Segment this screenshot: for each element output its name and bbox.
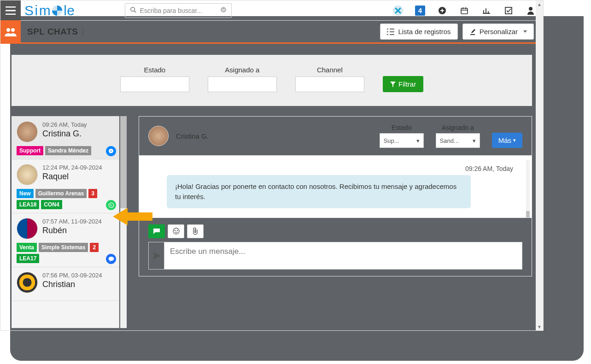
- conv-avatar: [148, 126, 169, 146]
- conv-messages: 09:26 AM, Today ¡Hola! Gracias por poner…: [139, 156, 532, 217]
- page-scrollbar[interactable]: ▲▼: [536, 0, 543, 330]
- avatar: [17, 164, 38, 185]
- compose-reply-tab[interactable]: [148, 224, 165, 238]
- message-timestamp: 09:26 AM, Today: [148, 165, 522, 172]
- chat-time: 07:56 PM, 03-09-2024: [42, 272, 114, 279]
- conv-contact-name: Cristina G.: [176, 132, 209, 140]
- chat-tag: LEA18: [17, 200, 39, 209]
- svg-point-7: [11, 28, 15, 32]
- chart-icon[interactable]: [481, 6, 492, 16]
- chat-name: Raquel: [42, 172, 114, 182]
- avatar: [17, 121, 38, 142]
- user-icon[interactable]: [526, 6, 536, 16]
- message-bubble: ¡Hola! Gracias por ponerte en contacto c…: [167, 175, 471, 208]
- hamburger-menu[interactable]: [0, 0, 21, 21]
- caret-down-icon: [523, 30, 527, 33]
- chat-list-item[interactable]: 07:56 PM, 03-09-2024 Christian: [12, 267, 119, 301]
- svg-point-8: [109, 203, 113, 207]
- check-icon[interactable]: [503, 6, 514, 16]
- conv-asignado-select[interactable]: Sand...▾: [436, 133, 480, 148]
- conv-estado-select[interactable]: Sup...▾: [380, 133, 424, 148]
- chat-tag: Support: [17, 146, 43, 155]
- conv-asignado-label: Asignado a: [442, 124, 474, 131]
- chat-list-item[interactable]: 12:24 PM, 24-09-2024 Raquel NewGuillermo…: [12, 159, 119, 213]
- conv-scrollbar[interactable]: [526, 160, 530, 213]
- chat-list-item[interactable]: 07:57 AM, 11-09-2024 Rubén VentaSimple S…: [12, 213, 119, 267]
- svg-point-5: [529, 7, 532, 11]
- chat-tag: Guillermo Arenas: [35, 189, 87, 198]
- app-icon-4[interactable]: 4: [415, 6, 425, 16]
- chat-time: 07:57 AM, 11-09-2024: [42, 218, 114, 225]
- filter-asignado-input[interactable]: [208, 76, 277, 92]
- conv-estado-label: Estado: [392, 124, 412, 131]
- chat-list: 09:26 AM, Today Cristina G. SupportSandr…: [12, 116, 119, 328]
- logo: Simle: [24, 3, 75, 18]
- chat-tag: New: [17, 189, 34, 198]
- calendar-icon[interactable]: [459, 6, 469, 16]
- avatar: [17, 218, 38, 239]
- svg-point-9: [108, 257, 114, 261]
- chat-tag: Simple Sistemas: [39, 243, 88, 252]
- chat-tag: Venta: [17, 243, 37, 252]
- module-title[interactable]: SPL CHATS〉: [27, 26, 90, 38]
- chat-time: 12:24 PM, 24-09-2024: [42, 164, 114, 171]
- compose-textarea[interactable]: [164, 242, 522, 270]
- svg-point-10: [173, 228, 179, 234]
- chat-name: Christian: [42, 280, 114, 289]
- filter-estado-label: Estado: [144, 66, 165, 74]
- module-icon[interactable]: [0, 20, 21, 43]
- filter-asignado-label: Asignado a: [225, 66, 259, 74]
- chat-name: Rubén: [42, 226, 114, 235]
- plus-icon[interactable]: [437, 6, 447, 16]
- conversation-panel: Cristina G. Estado Sup...▾ Asignado a Sa…: [139, 116, 532, 276]
- compose-emoji-button[interactable]: [168, 224, 184, 238]
- filter-strip: Estado Asignado a Channel Filtrar: [12, 55, 532, 106]
- svg-point-11: [175, 230, 175, 230]
- chat-tag: LEA17: [17, 254, 39, 263]
- chat-list-scrollbar[interactable]: [120, 116, 127, 328]
- send-button[interactable]: [148, 242, 164, 270]
- chat-time: 09:26 AM, Today: [42, 121, 114, 128]
- filter-estado-input[interactable]: [120, 76, 189, 92]
- search-placeholder: Escriba para buscar...: [140, 7, 202, 14]
- svg-rect-3: [461, 8, 468, 14]
- app-icon-x[interactable]: [393, 6, 403, 16]
- chat-tag: Sandra Méndez: [45, 146, 91, 155]
- svg-point-1: [221, 7, 226, 12]
- customize-button[interactable]: Personalizar: [462, 23, 534, 40]
- topbar: Simle Escriba para buscar... 4: [0, 0, 543, 21]
- chat-tag: CON4: [41, 200, 62, 209]
- svg-point-0: [130, 7, 135, 12]
- global-search[interactable]: Escriba para buscar...: [125, 3, 232, 18]
- chat-list-item[interactable]: 09:26 AM, Today Cristina G. SupportSandr…: [12, 117, 119, 159]
- compose-attach-button[interactable]: [187, 224, 204, 238]
- svg-point-6: [6, 28, 10, 32]
- search-icon: [130, 6, 136, 14]
- chat-tag: 3: [88, 189, 97, 198]
- filter-channel-input[interactable]: [295, 76, 364, 92]
- nav-icons: 4: [393, 6, 536, 16]
- list-view-button[interactable]: Lista de registros: [380, 23, 457, 40]
- filter-channel-label: Channel: [317, 66, 343, 74]
- chat-name: Cristina G.: [42, 129, 114, 139]
- chevron-right-icon: 〉: [81, 27, 90, 36]
- svg-rect-4: [505, 7, 512, 14]
- more-button[interactable]: Más▾: [492, 133, 522, 148]
- chevron-down-icon: [220, 6, 227, 14]
- filter-button[interactable]: Filtrar: [383, 76, 423, 92]
- svg-point-12: [177, 230, 177, 230]
- avatar: [17, 272, 38, 293]
- chat-tag: 2: [90, 243, 99, 252]
